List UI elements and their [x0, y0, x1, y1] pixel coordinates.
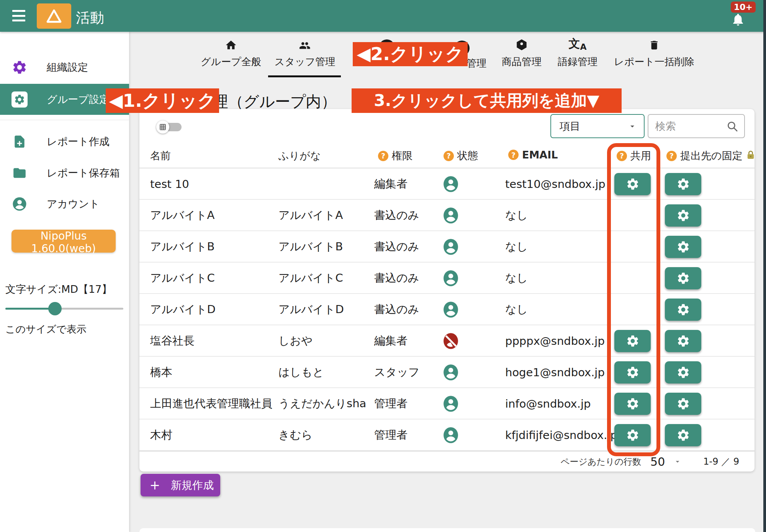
table-row-3: アルバイトC アルバイトC 書込のみ なし [139, 263, 755, 294]
share-settings-button[interactable] [614, 424, 651, 446]
cell-name: アルバイトB [150, 231, 214, 263]
column-header-label: 共用 [630, 149, 651, 163]
notification-bell-icon[interactable] [731, 11, 745, 28]
search-input[interactable] [655, 120, 720, 132]
tab-label: レポート一括削除 [614, 55, 694, 69]
cell-role: 書込のみ [374, 263, 419, 294]
table-row-0: test 10 編集者 test10@sndbox.jp [139, 168, 755, 200]
cell-email: test10@sndbox.jp [505, 168, 606, 200]
fixed-destination-settings-button[interactable] [665, 204, 701, 227]
fixed-destination-settings-button[interactable] [665, 299, 701, 321]
search-icon[interactable] [726, 120, 739, 133]
fixed-destination-settings-button[interactable] [665, 173, 701, 195]
slider-fill [5, 308, 55, 310]
sidebar-item-2[interactable]: レポート作成 [0, 129, 129, 154]
active-status-icon [442, 200, 459, 231]
fixed-destination-settings-button[interactable] [665, 330, 701, 352]
table-view-toggle[interactable] [156, 120, 182, 134]
cell-role: 書込のみ [374, 200, 419, 231]
gear-icon [676, 366, 690, 379]
column-header-3: ?状態 [444, 149, 478, 163]
column-select[interactable]: 項目 [550, 114, 645, 138]
table-row-6: 橋本 はしもと スタッフ hoge1@sndbox.jp [139, 357, 755, 388]
table-row-1: アルバイトA アルバイトA 書込のみ なし [139, 200, 755, 231]
tab-label: 商品管理 [502, 55, 542, 69]
fixed-destination-settings-button[interactable] [665, 393, 701, 415]
toggle-thumb[interactable] [156, 121, 169, 134]
cell-name: test 10 [150, 168, 189, 200]
cell-role: 管理者 [374, 419, 408, 451]
tab-1-active[interactable]: スタッフ管理 [275, 38, 335, 69]
rows-per-page-caret-icon[interactable] [673, 457, 682, 466]
table-row-5: 塩谷社長 しおや 編集者 ppppx@sndbox.jp [139, 325, 755, 357]
tab-6[interactable]: レポート一括削除 [614, 38, 694, 69]
help-icon[interactable]: ? [444, 151, 454, 161]
app-logo[interactable] [37, 3, 71, 29]
gear-icon [676, 240, 690, 254]
share-settings-button[interactable] [614, 330, 651, 352]
gear-purple-icon [11, 59, 28, 75]
column-header-label: 提出先の固定 [680, 149, 743, 163]
fixed-destination-settings-button[interactable] [665, 424, 701, 446]
share-settings-button[interactable] [614, 361, 651, 383]
cell-furigana: アルバイトB [278, 231, 343, 263]
app-header: 活動 10+ [0, 0, 766, 32]
cell-role: 管理者 [374, 388, 408, 419]
column-header-6: ?提出先の固定 [666, 149, 743, 163]
cell-role: 編集者 [374, 168, 408, 200]
rows-per-page-label: ページあたりの行数 [561, 456, 641, 468]
cell-email: kfjdifijfei@sndbox.jp [505, 419, 617, 451]
sidebar-item-label: アカウント [47, 197, 100, 211]
sidebar-divider [0, 120, 129, 120]
cell-furigana: きむら [278, 419, 313, 451]
blocked-status-icon [442, 325, 459, 357]
gear-icon [626, 397, 640, 411]
version-button[interactable]: NipoPlus 1.60.0(web) [11, 230, 116, 253]
active-status-icon [442, 294, 459, 325]
tab-5[interactable]: 文A 語録管理 [558, 38, 597, 69]
sidebar-item-4[interactable]: アカウント [0, 191, 129, 217]
gear-icon [676, 177, 690, 191]
active-status-icon [442, 231, 459, 263]
search-box [648, 114, 745, 138]
fixed-destination-settings-button[interactable] [665, 236, 701, 258]
help-icon[interactable]: ? [508, 150, 519, 160]
active-status-icon [442, 388, 459, 419]
tab-0[interactable]: グループ全般 [201, 38, 261, 69]
help-icon[interactable]: ? [617, 151, 627, 161]
cell-furigana: アルバイトD [278, 294, 344, 325]
size-note: このサイズで表示 [5, 323, 87, 336]
active-status-icon [442, 263, 459, 294]
tab-partial-label[interactable]: 管理 [466, 57, 486, 70]
cell-email: ppppx@sndbox.jp [505, 325, 605, 357]
cell-furigana: アルバイトA [278, 200, 343, 231]
pagination: ページあたりの行数 50 1-9 ／ 9 [139, 451, 755, 472]
gear-icon [676, 209, 690, 222]
active-status-icon [442, 168, 459, 200]
cell-email: なし [505, 263, 528, 294]
share-settings-button[interactable] [614, 173, 651, 195]
gear-icon [676, 397, 690, 411]
tab-4[interactable]: 商品管理 [502, 38, 542, 69]
share-settings-button[interactable] [614, 393, 651, 415]
scrollbar[interactable] [763, 0, 766, 532]
rows-per-page-value[interactable]: 50 [650, 455, 665, 468]
cell-name: アルバイトA [150, 200, 214, 231]
sidebar-item-3[interactable]: レポート保存箱 [0, 160, 129, 186]
help-icon[interactable]: ? [378, 151, 388, 161]
hamburger-menu-icon[interactable] [12, 10, 25, 21]
create-new-button[interactable]: ＋ 新規作成 [141, 474, 220, 496]
cell-name: 木村 [150, 419, 172, 451]
font-size-slider[interactable] [5, 302, 123, 315]
cell-email: なし [505, 200, 528, 231]
help-icon[interactable]: ? [666, 151, 677, 161]
slider-thumb[interactable] [48, 302, 62, 315]
column-header-label: ふりがな [278, 149, 321, 163]
gear-icon [676, 334, 690, 348]
fixed-destination-settings-button[interactable] [665, 361, 701, 383]
sidebar-item-0[interactable]: 組織設定 [0, 55, 129, 80]
table-row-8: 木村 きむら 管理者 kfjdifijfei@sndbox.jp [139, 419, 755, 451]
active-status-icon [442, 357, 459, 388]
fixed-destination-settings-button[interactable] [665, 267, 701, 289]
account-circle-icon [11, 196, 28, 212]
